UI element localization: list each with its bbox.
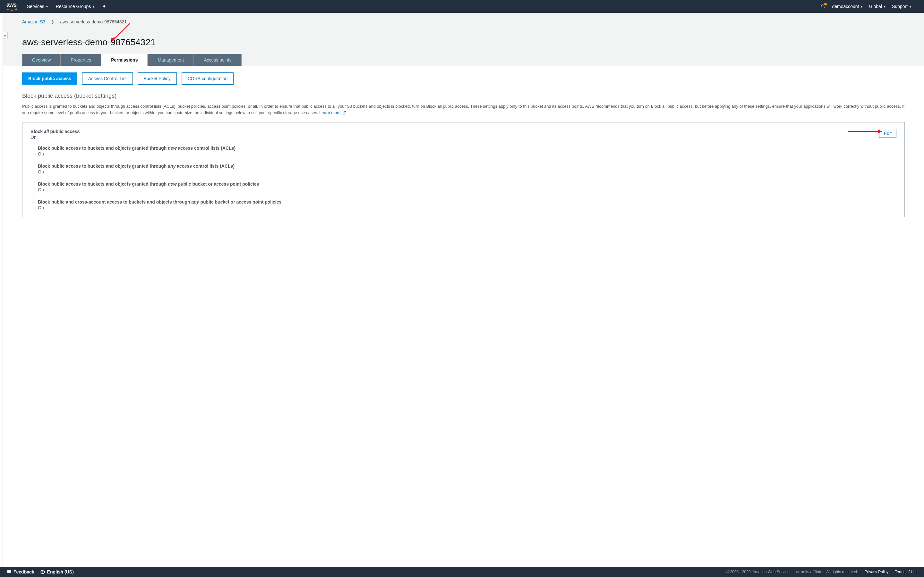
aws-logo-swoosh-icon [6,8,17,11]
section-description: Public access is granted to buckets and … [22,103,905,116]
nav-support-label: Support [892,4,908,9]
learn-more-link[interactable]: Learn more [319,110,347,115]
setting-status: On [38,169,897,174]
setting-status: On [38,151,897,156]
top-nav: aws Services ▾ Resource Groups ▾ demoacc… [0,0,924,13]
chevron-down-icon: ▾ [46,5,48,8]
block-all-status: On [31,135,79,140]
aws-logo[interactable]: aws [6,2,17,11]
header-area: Amazon S3 ❯ aws-serverless-demo-98765432… [3,13,924,66]
footer: Feedback English (US) © 2008 - 2020, Ama… [0,567,924,567]
tab-access-points[interactable]: Access points [194,54,241,66]
setting-item-any-policies: Block public and cross-account access to… [33,199,897,210]
nav-account-label: demoaccount [832,4,859,9]
nav-services[interactable]: Services ▾ [27,4,48,9]
breadcrumb-root[interactable]: Amazon S3 [22,19,45,24]
setting-status: On [38,187,897,192]
chevron-down-icon: ▾ [93,5,94,8]
edit-button[interactable]: Edit [879,129,897,138]
sidebar-toggle[interactable]: ▸ [3,32,8,39]
setting-status: On [38,205,897,210]
block-all-title: Block all public access [31,129,79,134]
setting-item-new-policies: Block public access to buckets and objec… [33,181,897,192]
pin-icon[interactable] [102,4,107,9]
setting-title: Block public and cross-account access to… [38,199,897,205]
chevron-right-icon: ❯ [51,19,54,24]
settings-tree: Block public access to buckets and objec… [33,145,897,210]
nav-region[interactable]: Global ▾ [869,4,885,9]
setting-item-new-acls: Block public access to buckets and objec… [33,145,897,156]
nav-resource-groups[interactable]: Resource Groups ▾ [56,4,95,9]
subtab-acl[interactable]: Access Control List [82,73,133,85]
settings-header: Block all public access On Edit [31,129,897,140]
main-body: Block public access Access Control List … [3,66,924,223]
notifications-icon[interactable] [820,3,825,9]
page-title: aws-serverless-demo-987654321 [22,37,905,47]
section-desc-text: Public access is granted to buckets and … [22,104,905,115]
subtab-bucket-policy[interactable]: Bucket Policy [137,73,177,85]
tab-permissions[interactable]: Permissions [101,54,148,66]
breadcrumb-current: aws-serverless-demo-987654321 [60,19,127,24]
tab-properties[interactable]: Properties [61,54,101,66]
aws-logo-text: aws [6,2,17,8]
setting-title: Block public access to buckets and objec… [38,163,897,169]
subtab-cors[interactable]: CORS configuration [182,73,234,85]
nav-resource-groups-label: Resource Groups [56,4,91,9]
content: Amazon S3 ❯ aws-serverless-demo-98765432… [3,13,924,567]
chevron-down-icon: ▾ [909,5,911,8]
notification-dot-icon [824,3,827,5]
nav-region-label: Global [869,4,882,9]
nav-right: demoaccount ▾ Global ▾ Support ▾ [820,3,918,9]
learn-more-text: Learn more [319,110,341,115]
external-link-icon [342,111,347,115]
chevron-down-icon: ▾ [861,5,863,8]
section-title: Block public access (bucket settings) [22,93,905,99]
block-all-row: Block all public access On [31,129,79,140]
block-public-access-settings: Block all public access On Edit Block pu… [22,122,905,217]
subtab-block-public-access[interactable]: Block public access [22,73,78,85]
setting-title: Block public access to buckets and objec… [38,181,897,187]
tab-management[interactable]: Management [148,54,194,66]
chevron-down-icon: ▾ [884,5,885,8]
setting-title: Block public access to buckets and objec… [38,145,897,151]
nav-account[interactable]: demoaccount ▾ [832,4,863,9]
permission-subtabs: Block public access Access Control List … [22,73,905,85]
tab-overview[interactable]: Overview [22,54,61,66]
setting-item-any-acls: Block public access to buckets and objec… [33,163,897,174]
breadcrumb: Amazon S3 ❯ aws-serverless-demo-98765432… [22,19,905,24]
nav-services-label: Services [27,4,44,9]
tabs: Overview Properties Permissions Manageme… [3,54,924,66]
nav-support[interactable]: Support ▾ [892,4,911,9]
